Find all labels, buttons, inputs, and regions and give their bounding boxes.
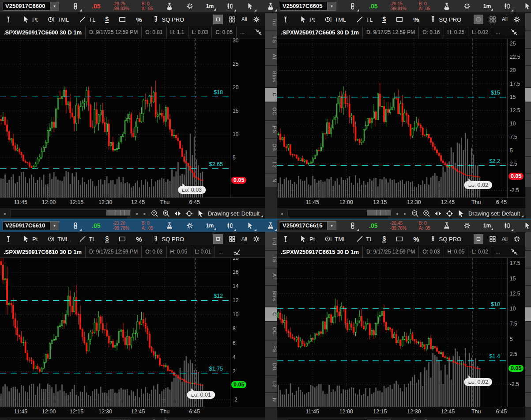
cursor-tool-icon[interactable]	[523, 222, 531, 230]
interval-button[interactable]: 1m	[483, 223, 491, 229]
chart-scrollbar[interactable]	[10, 209, 131, 217]
sidebar-tab-l2[interactable]: L2	[265, 157, 277, 174]
settings-gear-icon[interactable]	[186, 2, 194, 10]
sidebar-tab-trd[interactable]: Trd	[265, 13, 277, 31]
price-level-tool[interactable]: $	[382, 16, 386, 23]
settings-gear-icon[interactable]	[186, 222, 194, 230]
sidebar-tab-ps[interactable]: PS	[265, 341, 277, 358]
sidebar-tab-db[interactable]: DB	[265, 358, 277, 376]
studies-flask2-icon[interactable]	[267, 2, 275, 10]
single-view-button[interactable]	[213, 234, 223, 244]
rectangle-tool-icon[interactable]	[118, 235, 126, 243]
toolbar-gear-icon[interactable]	[252, 235, 260, 243]
zoom-in-icon[interactable]	[162, 419, 170, 420]
sqpro-tool[interactable]: SQ PRO	[152, 15, 185, 23]
settings-gear-icon[interactable]	[463, 222, 471, 230]
trendline-tool[interactable]: TL	[79, 15, 95, 23]
sidebar-tab-c[interactable]: C	[265, 307, 277, 322]
time-axis[interactable]: 11:4512:0012:1512:3012:45Thu6:45	[0, 407, 265, 417]
symbol-input[interactable]: V250917C6610	[3, 221, 50, 230]
crosshair-icon[interactable]	[185, 419, 193, 420]
chart-style-icon[interactable]	[503, 222, 511, 230]
symbol-input[interactable]: V250917C6605	[280, 2, 327, 11]
sidebar-tab-oc[interactable]: OC	[265, 322, 277, 341]
time-axis[interactable]: 11:4512:0012:1512:3012:45Thu6:45	[277, 197, 525, 208]
chart-scrollbar[interactable]	[287, 209, 391, 217]
sidebar-tab-l2[interactable]: L2	[265, 376, 277, 393]
zoom-out-icon[interactable]	[151, 419, 159, 420]
sidebar-tab-trd[interactable]: Trd	[525, 232, 531, 251]
sidebar-tab-n[interactable]: N	[265, 174, 277, 188]
zoom-out-icon[interactable]	[151, 209, 159, 218]
toolbar-gear-icon[interactable]	[513, 235, 521, 243]
pointer-tool[interactable]: Pt	[299, 15, 315, 23]
chart-plot[interactable]: $12$1.75Lo: 0.01	[0, 258, 230, 407]
grid-view-icon[interactable]	[228, 15, 236, 23]
symbol-dropdown-button[interactable]: ▾	[327, 221, 336, 230]
sidebar-tab-btns[interactable]: Btns	[265, 286, 277, 307]
percent-tool[interactable]: %	[413, 16, 419, 23]
all-button[interactable]: All	[241, 236, 247, 242]
step-right-arrow[interactable]: ▸	[403, 211, 408, 216]
rectangle-tool-icon[interactable]	[118, 15, 126, 23]
header-collapse-icon[interactable]	[510, 246, 519, 257]
link-icon[interactable]	[72, 222, 79, 230]
sidebar-tab-ts[interactable]: TS	[265, 31, 277, 49]
fit-width-icon[interactable]	[173, 419, 182, 420]
grid-view-icon[interactable]	[489, 15, 497, 23]
sidebar-tab-at[interactable]: AT	[265, 269, 277, 286]
scroll-left-arrow[interactable]: ◂	[279, 211, 284, 216]
time-axis[interactable]: 11:4512:0012:1512:3012:45Thu6:45	[277, 407, 525, 417]
cursor-tool-icon[interactable]	[523, 2, 531, 10]
header-collapse-icon[interactable]	[254, 26, 263, 38]
zoom-in-icon[interactable]	[422, 209, 431, 218]
pointer-tool[interactable]: Pt	[22, 235, 38, 243]
symbol-input[interactable]: V250917C6615	[280, 221, 327, 230]
symbol-input[interactable]: V250917C6600	[3, 2, 50, 11]
chart-style-icon[interactable]	[226, 2, 234, 10]
toolbar-gear-icon[interactable]	[252, 15, 260, 23]
time-axis[interactable]: 11:4512:0012:1512:3012:45Thu6:45	[0, 197, 265, 208]
header-collapse-icon[interactable]	[510, 26, 519, 38]
sqpro-tool[interactable]: SQ PRO	[429, 15, 462, 23]
sidebar-tab-trd[interactable]: Trd	[525, 13, 531, 31]
zoom-out-icon[interactable]	[411, 419, 419, 420]
link-icon[interactable]	[349, 2, 357, 10]
sidebar-tab-ts[interactable]: TS	[525, 31, 531, 49]
sidebar-tab-btns[interactable]: Btns	[525, 66, 531, 88]
studies-flask2-icon[interactable]	[267, 222, 275, 230]
step-left-arrow[interactable]: ◂	[394, 211, 399, 216]
tml-tool[interactable]: TML	[47, 15, 69, 23]
price-level-tool[interactable]: $	[105, 235, 109, 242]
crosshair-icon[interactable]	[185, 209, 193, 218]
single-view-button[interactable]	[213, 15, 223, 24]
sidebar-tab-ts[interactable]: TS	[525, 251, 531, 269]
crosshair-icon[interactable]	[445, 419, 454, 420]
symbol-dropdown-button[interactable]: ▾	[327, 2, 336, 11]
cursor-tool-icon[interactable]	[246, 222, 254, 230]
drawing-set-selector[interactable]: Drawing set: Default	[468, 210, 523, 217]
sidebar-tab-btns[interactable]: Btns	[525, 286, 531, 307]
grid-view-icon[interactable]	[228, 235, 236, 243]
sidebar-tab-oc[interactable]: OC	[525, 102, 531, 121]
pin-icon[interactable]	[4, 15, 12, 23]
single-view-button[interactable]	[474, 15, 483, 24]
sidebar-tab-at[interactable]: AT	[265, 49, 277, 66]
step-right-arrow[interactable]: ▸	[142, 211, 147, 216]
sidebar-tab-at[interactable]: AT	[525, 269, 531, 286]
studies-flask-icon[interactable]	[166, 222, 173, 230]
drawing-set-selector[interactable]: Drawing set: Default	[208, 210, 263, 217]
interval-button[interactable]: 1m	[206, 223, 214, 229]
price-level-tool[interactable]: $	[105, 16, 109, 23]
sidebar-tab-btns[interactable]: Btns	[265, 66, 277, 88]
interval-button[interactable]: 1m	[483, 3, 491, 9]
sqpro-tool[interactable]: SQ PRO	[429, 235, 462, 243]
trendline-tool[interactable]: TL	[79, 235, 95, 243]
settings-gear-icon[interactable]	[463, 2, 471, 10]
pin-icon[interactable]	[4, 235, 12, 243]
sidebar-tab-db[interactable]: DB	[525, 139, 531, 157]
line-chart-icon[interactable]	[233, 246, 241, 257]
cursor-tool-icon[interactable]	[246, 2, 254, 10]
trendline-tool[interactable]: TL	[356, 15, 373, 23]
sidebar-tab-ts[interactable]: TS	[265, 251, 277, 269]
